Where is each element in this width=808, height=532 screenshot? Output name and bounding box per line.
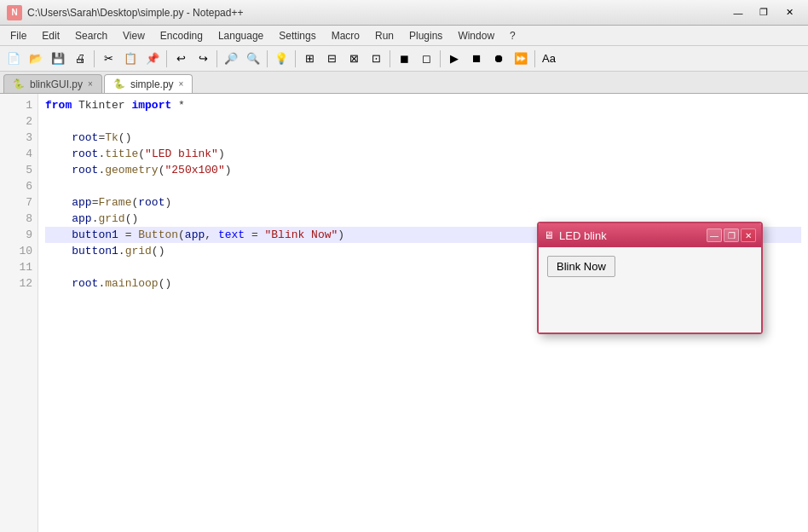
minimize-button[interactable]: —: [726, 4, 750, 21]
code-token: root: [138, 196, 164, 209]
toolbar-button[interactable]: 🖨: [70, 49, 90, 69]
blink-now-button[interactable]: Blink Now: [547, 256, 615, 277]
toolbar-separator: [440, 50, 441, 67]
toolbar-button[interactable]: 📂: [26, 49, 46, 69]
code-token: grid: [125, 245, 152, 257]
code-token: root: [72, 147, 98, 160]
menu-item-macro[interactable]: Macro: [325, 28, 366, 43]
toolbar-button[interactable]: 📌: [142, 49, 163, 69]
code-token: "Blink Now": [265, 228, 338, 241]
code-token: (: [178, 228, 185, 241]
menu-item-edit[interactable]: Edit: [35, 28, 66, 43]
toolbar-button[interactable]: ↪: [193, 49, 213, 69]
toolbar-button[interactable]: ⏺: [488, 49, 509, 69]
code-token: ): [164, 196, 171, 209]
toolbar-separator: [295, 50, 296, 67]
menu-item-view[interactable]: View: [116, 28, 152, 43]
code-token: "LED blink": [145, 147, 218, 160]
toolbar-button[interactable]: ◼: [394, 49, 414, 69]
code-token: Tkinter: [72, 99, 131, 112]
close-button[interactable]: ✕: [777, 4, 801, 21]
toolbar-button[interactable]: ⊞: [299, 49, 320, 69]
toolbar-button[interactable]: 🔍: [243, 49, 263, 69]
toolbar-button[interactable]: 💾: [48, 49, 68, 69]
line-number: 7: [5, 194, 32, 211]
code-token: Tk: [105, 131, 118, 144]
toolbar-button[interactable]: Aa: [539, 49, 559, 69]
code-token: app: [185, 228, 205, 241]
led-maximize-button[interactable]: ❐: [724, 228, 739, 242]
toolbar-button[interactable]: ⊡: [366, 49, 386, 69]
code-line: [45, 113, 801, 130]
tab-close-button[interactable]: ×: [88, 79, 93, 89]
led-controls: — ❐ ✕: [707, 228, 756, 242]
menu-item-language[interactable]: Language: [211, 28, 270, 43]
tab-simple-py[interactable]: 🐍simple.py×: [104, 74, 193, 93]
code-token: Frame: [98, 196, 131, 209]
menu-item-plugins[interactable]: Plugins: [402, 28, 449, 43]
toolbar-button[interactable]: ▶: [444, 49, 465, 69]
tab-close-button[interactable]: ×: [179, 79, 184, 89]
titlebar-title: C:\Users\Sarah\Desktop\simple.py - Notep…: [27, 7, 243, 19]
code-token: root: [72, 131, 98, 144]
code-token: grid: [98, 212, 124, 225]
toolbar-button[interactable]: 🔎: [221, 49, 241, 69]
code-token: app: [72, 196, 91, 209]
toolbar-button[interactable]: ⏹: [466, 49, 487, 69]
titlebar-controls: — ❐ ✕: [726, 4, 801, 21]
menu-item-encoding[interactable]: Encoding: [153, 28, 210, 43]
maximize-button[interactable]: ❐: [752, 4, 776, 21]
code-line: from Tkinter import *: [45, 97, 801, 113]
menu-item-window[interactable]: Window: [451, 28, 501, 43]
line-number: 2: [5, 113, 32, 130]
tab-label: simple.py: [130, 78, 174, 90]
code-token: =: [245, 228, 264, 241]
line-number: 6: [5, 178, 32, 194]
led-window: 🖥 LED blink — ❐ ✕ Blink Now: [537, 222, 763, 334]
toolbar-button[interactable]: 📋: [120, 49, 141, 69]
code-token: title: [105, 147, 138, 160]
line-number: 5: [5, 162, 32, 178]
toolbar-button[interactable]: ◻: [416, 49, 436, 69]
tab-python-icon: 🐍: [113, 78, 125, 90]
line-number: 3: [5, 130, 32, 146]
toolbar-button[interactable]: ✂: [98, 49, 118, 69]
led-close-button[interactable]: ✕: [741, 228, 756, 242]
titlebar-left: N C:\Users\Sarah\Desktop\simple.py - Not…: [7, 5, 243, 20]
titlebar: N C:\Users\Sarah\Desktop\simple.py - Not…: [0, 0, 808, 26]
code-token: (): [118, 131, 132, 144]
menu-item-file[interactable]: File: [3, 28, 33, 43]
toolbar-button[interactable]: ⊟: [321, 49, 342, 69]
code-line: root.title("LED blink"): [45, 146, 801, 162]
code-token: ,: [205, 228, 218, 241]
toolbar-button[interactable]: ↩: [170, 49, 191, 69]
menu-item-?[interactable]: ?: [503, 28, 522, 43]
toolbar-button[interactable]: ⊠: [343, 49, 364, 69]
line-number: 4: [5, 146, 32, 162]
led-minimize-button[interactable]: —: [707, 228, 722, 242]
code-token: root: [72, 164, 98, 176]
code-token: (): [159, 277, 172, 290]
code-token: ): [218, 147, 225, 160]
menubar: FileEditSearchViewEncodingLanguageSettin…: [0, 26, 808, 46]
code-token: button1: [72, 228, 118, 241]
tabs: 🐍blinkGUI.py×🐍simple.py×: [0, 72, 808, 94]
toolbar-button[interactable]: 💡: [271, 49, 291, 69]
code-token: (): [152, 245, 165, 257]
tab-blinkGUI-py[interactable]: 🐍blinkGUI.py×: [3, 74, 102, 93]
toolbar-separator: [267, 50, 268, 67]
toolbar-button[interactable]: ⏩: [511, 49, 531, 69]
toolbar-button[interactable]: 📄: [3, 49, 24, 69]
code-token: =: [118, 228, 138, 241]
code-line: root.geometry("250x100"): [45, 162, 801, 178]
menu-item-settings[interactable]: Settings: [272, 28, 322, 43]
app-icon: N: [7, 5, 22, 20]
menu-item-search[interactable]: Search: [68, 28, 114, 43]
tab-python-icon: 🐍: [13, 78, 25, 90]
line-number: 8: [5, 211, 32, 227]
line-number: 10: [5, 243, 32, 259]
code-line: root=Tk(): [45, 130, 801, 146]
menu-item-run[interactable]: Run: [368, 28, 401, 43]
line-number: 1: [5, 97, 32, 113]
code-line: app=Frame(root): [45, 194, 801, 211]
